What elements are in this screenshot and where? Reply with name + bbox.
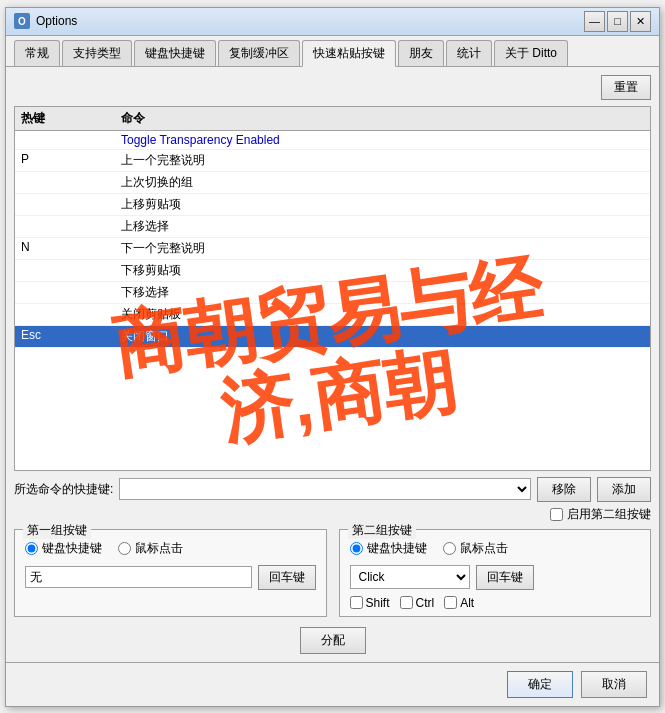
group1-enter-button[interactable]: 回车键 [258,565,316,590]
hotkey-table[interactable]: 热键 命令 Toggle Transparency Enabled P 上一个完… [14,106,651,471]
second-group-label[interactable]: 启用第二组按键 [567,506,651,523]
shortcut-command-row: 所选命令的快捷键: 移除 添加 [14,477,651,502]
group1-radio-keyboard[interactable] [25,542,38,555]
app-icon: O [14,13,30,29]
maximize-button[interactable]: □ [607,11,628,32]
window-controls: — □ ✕ [584,11,651,32]
tab-about[interactable]: 关于 Ditto [494,40,568,66]
assign-row: 分配 [14,627,651,654]
alt-label[interactable]: Alt [444,596,474,610]
title-bar: O Options — □ ✕ [6,8,659,36]
table-row[interactable]: 下移剪贴项 [15,260,650,282]
group2-radio-keyboard[interactable] [350,542,363,555]
second-group-checkbox[interactable] [550,508,563,521]
group2-title: 第二组按键 [348,522,416,539]
top-row: 重置 [14,75,651,100]
group1-radio-mouse-label[interactable]: 鼠标点击 [118,540,183,557]
remove-button[interactable]: 移除 [537,477,591,502]
table-row[interactable]: Toggle Transparency Enabled [15,131,650,150]
group2-enter-button[interactable]: 回车键 [476,565,534,590]
group1-input-row: 回车键 [25,565,316,590]
table-header: 热键 命令 [15,107,650,131]
window-title: Options [36,14,578,28]
group1-radio-row: 键盘快捷键 鼠标点击 [25,540,316,557]
tab-general[interactable]: 常规 [14,40,60,66]
shortcut-label: 所选命令的快捷键: [14,481,113,498]
group2-radio-row: 键盘快捷键 鼠标点击 [350,540,641,557]
tab-keyboard-shortcut[interactable]: 键盘快捷键 [134,40,216,66]
tab-stats[interactable]: 统计 [446,40,492,66]
minimize-button[interactable]: — [584,11,605,32]
add-button[interactable]: 添加 [597,477,651,502]
tab-support-type[interactable]: 支持类型 [62,40,132,66]
cancel-button[interactable]: 取消 [581,671,647,698]
group2-dropdown[interactable]: Click Double Click Right Click Middle Cl… [350,565,470,589]
two-groups: 第一组按键 键盘快捷键 鼠标点击 回车键 [14,529,651,617]
table-row[interactable]: 上次切换的组 [15,172,650,194]
second-group-checkbox-row: 启用第二组按键 [14,506,651,523]
group1-key-input[interactable] [25,566,252,588]
tabs-bar: 常规 支持类型 键盘快捷键 复制缓冲区 快速粘贴按键 朋友 统计 关于 Ditt… [6,36,659,67]
table-row[interactable]: 上移剪贴项 [15,194,650,216]
group2-modifiers: Shift Ctrl Alt [350,596,641,610]
tab-friends[interactable]: 朋友 [398,40,444,66]
group2-radio-mouse[interactable] [443,542,456,555]
ctrl-checkbox[interactable] [400,596,413,609]
group1-radio-keyboard-label[interactable]: 键盘快捷键 [25,540,102,557]
reset-button[interactable]: 重置 [601,75,651,100]
shortcut-select[interactable] [119,478,531,500]
table-row[interactable]: N 下一个完整说明 [15,238,650,260]
shift-checkbox[interactable] [350,596,363,609]
group2-radio-mouse-label[interactable]: 鼠标点击 [443,540,508,557]
close-button[interactable]: ✕ [630,11,651,32]
ctrl-label[interactable]: Ctrl [400,596,435,610]
table-row[interactable]: P 上一个完整说明 [15,150,650,172]
col-header-command: 命令 [121,110,644,127]
tab-quick-paste[interactable]: 快速粘贴按键 [302,40,396,67]
group1-box: 第一组按键 键盘快捷键 鼠标点击 回车键 [14,529,327,617]
col-header-hotkey: 热键 [21,110,121,127]
table-row[interactable]: 上移选择 [15,216,650,238]
shift-label[interactable]: Shift [350,596,390,610]
alt-checkbox[interactable] [444,596,457,609]
assign-button[interactable]: 分配 [300,627,366,654]
group1-radio-mouse[interactable] [118,542,131,555]
group1-title: 第一组按键 [23,522,91,539]
table-row[interactable]: 关闭剪贴板 [15,304,650,326]
group2-box: 第二组按键 键盘快捷键 鼠标点击 Click Double Click [339,529,652,617]
content-area: 重置 热键 命令 Toggle Transparency Enabled P 上… [6,67,659,662]
main-window: O Options — □ ✕ 常规 支持类型 键盘快捷键 复制缓冲区 快速粘贴… [5,7,660,707]
tab-clipboard-buffer[interactable]: 复制缓冲区 [218,40,300,66]
table-row-selected[interactable]: Esc 关闭窗口 [15,326,650,348]
confirm-button[interactable]: 确定 [507,671,573,698]
group2-input-row: Click Double Click Right Click Middle Cl… [350,565,641,590]
bottom-bar: 确定 取消 [6,662,659,706]
group2-radio-keyboard-label[interactable]: 键盘快捷键 [350,540,427,557]
table-row[interactable]: 下移选择 [15,282,650,304]
